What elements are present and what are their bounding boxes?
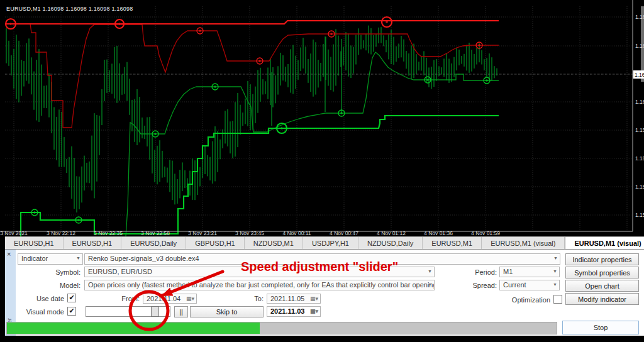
indicator-file-select[interactable]: Renko Super-signals_v3 double.ex4 ▼	[84, 253, 560, 265]
calendar-icon[interactable]: ▦▾	[310, 308, 318, 314]
price-axis-label: 1.1580	[635, 155, 644, 162]
indicator-file-value: Renko Super-signals_v3 double.ex4	[88, 255, 199, 262]
from-date-value: 2021.11.04	[147, 295, 180, 302]
chart-tab-eurusd-h1[interactable]: EURUSD,H1	[64, 237, 122, 249]
period-select[interactable]: M1 ▼	[499, 267, 560, 277]
chevron-down-icon: ▼	[553, 256, 558, 260]
time-axis-label: 4 Nov 00:11	[282, 230, 311, 236]
window-bottom-edge	[0, 336, 644, 342]
from-label: From:	[101, 295, 140, 302]
skip-to-date-value: 2021.11.03	[270, 307, 304, 315]
chart-tabs-bar: EURUSD,H1EURUSD,H1EURUSD,DailyGBPUSD,H1N…	[5, 236, 644, 249]
chart-tab-gbpusd-h1[interactable]: GBPUSD,H1	[186, 237, 245, 249]
chart-tab-nzdusd-daily[interactable]: NZDUSD,Daily	[358, 237, 423, 249]
tester-panel: × Tester Indicator ▼ Renko Super-signals…	[5, 249, 644, 336]
skip-to-button[interactable]: Skip to	[190, 306, 264, 317]
visual-mode-label: Visual mode	[19, 308, 64, 316]
price-axis-label: 1.1570	[635, 184, 644, 190]
chevron-down-icon: ▼	[553, 269, 557, 273]
period-value: M1	[503, 268, 513, 275]
calendar-icon[interactable]: ▦▾	[186, 295, 194, 302]
spread-label: Spread:	[462, 282, 497, 289]
to-label: To:	[242, 295, 264, 302]
modify-indicator-button[interactable]: Modify indicator	[565, 293, 639, 305]
indicator-properties-button[interactable]: Indicator properties	[565, 253, 639, 265]
symbol-properties-button[interactable]: Symbol properties	[565, 267, 639, 279]
chart-tab-eurusd-m1[interactable]: EURUSD,M1	[423, 237, 482, 249]
model-label: Model:	[38, 282, 80, 289]
chevron-down-icon: ▼	[428, 282, 432, 287]
symbol-label: Symbol:	[38, 268, 80, 276]
price-axis-label: 1.1590	[635, 127, 644, 133]
chart-tab-usdjpy-h1[interactable]: USDJPY,H1	[303, 237, 358, 249]
period-label: Period:	[462, 268, 497, 276]
speed-slider[interactable]	[86, 306, 170, 317]
use-date-label: Use date	[19, 295, 64, 302]
chart-tab-nzdusd-m1[interactable]: NZDUSD,M1	[245, 237, 303, 249]
time-axis-label: 4 Nov 01:36	[424, 230, 453, 236]
chart-tab-eurusd-daily[interactable]: EURUSD,Daily	[121, 237, 186, 249]
time-axis-label: 3 Nov 22:58	[141, 230, 170, 236]
price-chart: 1.16301.16201.16101.16001.15901.15801.15…	[0, 0, 644, 236]
visual-mode-checkbox[interactable]: ✔	[67, 307, 76, 316]
use-date-checkbox[interactable]: ✔	[67, 294, 76, 302]
time-axis-label: 3 Nov 22:35	[94, 230, 123, 236]
calendar-icon[interactable]: ▦▾	[310, 295, 318, 302]
mt4-strategy-tester-window: 1.16301.16201.16101.16001.15901.15801.15…	[0, 0, 644, 342]
optimization-checkbox[interactable]	[553, 295, 562, 304]
model-select[interactable]: Open prices only (fastest method to anal…	[84, 280, 435, 290]
chevron-down-icon: ▼	[76, 256, 80, 260]
speed-slider-thumb[interactable]	[151, 306, 159, 317]
pause-button[interactable]: ||	[174, 306, 188, 317]
time-axis-label: 3 Nov 2021	[0, 230, 28, 236]
chevron-down-icon: ▼	[553, 282, 557, 287]
progress-bar-fill	[7, 323, 260, 334]
spread-value: Current	[503, 281, 526, 289]
price-axis-label: 1.1560	[635, 212, 644, 218]
progress-bar	[6, 322, 557, 334]
time-axis-label: 3 Nov 22:12	[47, 230, 75, 236]
optimization-label: Optimization	[500, 296, 550, 304]
to-date-value: 2021.11.05	[270, 295, 304, 302]
chevron-down-icon: ▼	[428, 269, 432, 273]
symbol-select[interactable]: EURUSD, EUR/USD ▼	[84, 267, 435, 277]
time-axis-label: 4 Nov 01:59	[471, 230, 500, 236]
model-value: Open prices only (fastest method to anal…	[88, 281, 435, 289]
chart-panel: 1.16301.16201.16101.16001.15901.15801.15…	[0, 0, 644, 236]
symbol-value: EURUSD, EUR/USD	[88, 268, 152, 275]
to-date-field[interactable]: 2021.11.05 ▦▾	[267, 294, 321, 304]
tester-type-value: Indicator	[21, 255, 48, 262]
price-axis-label: 1.1630	[635, 14, 644, 20]
chart-tab-eurusd-h1[interactable]: EURUSD,H1	[5, 237, 64, 249]
current-price-label: 1.16098	[635, 72, 644, 78]
skip-to-date-field[interactable]: 2021.11.03 ▦▾	[267, 306, 321, 317]
chart-tab-eurusd-m1-visual[interactable]: EURUSD,M1 (visual)	[482, 237, 565, 249]
open-chart-button[interactable]: Open chart	[565, 280, 639, 292]
close-icon[interactable]: ×	[7, 251, 11, 257]
chart-symbol-label: EURUSD,M1 1.16098 1.16098 1.16098 1.1609…	[6, 6, 133, 12]
spread-select[interactable]: Current ▼	[499, 280, 560, 290]
price-axis-label: 1.1600	[635, 99, 644, 105]
time-axis-label: 4 Nov 00:47	[330, 230, 358, 236]
time-axis-label: 3 Nov 23:45	[235, 230, 264, 236]
chart-tab-eurusd-m1-visual[interactable]: EURUSD,M1 (visual)	[565, 237, 644, 249]
time-axis-label: 4 Nov 01:12	[377, 230, 406, 236]
from-date-field[interactable]: 2021.11.04 ▦▾	[143, 294, 197, 304]
tester-type-select[interactable]: Indicator ▼	[18, 253, 83, 265]
price-axis-label: 1.1620	[635, 43, 644, 49]
time-axis-label: 3 Nov 23:21	[188, 230, 217, 236]
stop-button[interactable]: Stop	[562, 321, 639, 334]
